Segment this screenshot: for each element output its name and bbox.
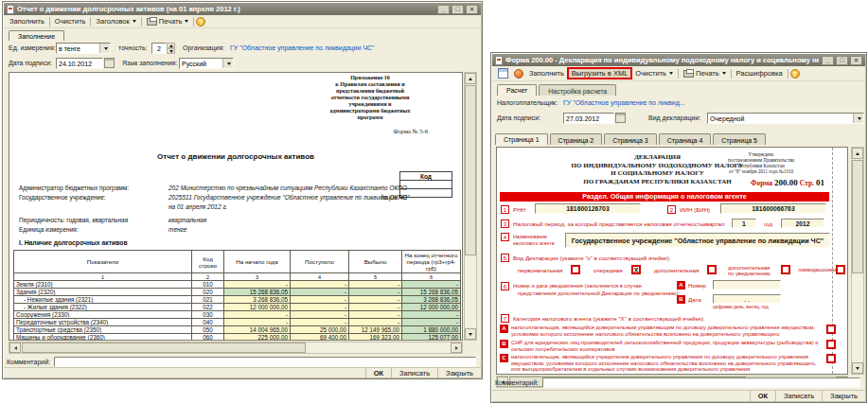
- year-field[interactable]: 2012: [781, 219, 824, 228]
- print-button[interactable]: Печать: [681, 68, 729, 79]
- declaration-window-titlebar[interactable]: Форма 200.00 - Декларация по индивидуаль…: [492, 54, 865, 66]
- cell-begin[interactable]: 14 004 965,00: [224, 326, 291, 334]
- fill-button[interactable]: Заполнить: [526, 68, 567, 79]
- cell-in[interactable]: -: [291, 319, 349, 326]
- scroll-down-icon[interactable]: [465, 328, 476, 340]
- checkbox-category-a[interactable]: [826, 325, 836, 334]
- spin-down-icon[interactable]: [167, 48, 175, 54]
- calendar-icon[interactable]: [104, 58, 115, 68]
- fill-button[interactable]: Заполнить: [7, 16, 47, 26]
- cell-begin[interactable]: -: [224, 281, 291, 289]
- checkbox-dop-po-uvedomleniyu[interactable]: [781, 265, 790, 274]
- scrollbar-thumb[interactable]: [852, 160, 863, 273]
- scrollbar-thumb[interactable]: [465, 85, 476, 255]
- sign-date-input[interactable]: 27.03.2012: [563, 113, 614, 124]
- save-button[interactable]: Записать: [391, 368, 437, 378]
- notice-date-field[interactable]: . .: [713, 294, 781, 304]
- comment-input[interactable]: [54, 357, 476, 367]
- scroll-left-icon[interactable]: [9, 343, 21, 353]
- close-window-button[interactable]: Закрыть: [437, 368, 481, 378]
- declaration-kind-combo[interactable]: Очередной: [707, 113, 864, 124]
- tab-page-4[interactable]: Страница 4: [659, 133, 712, 145]
- cell-out[interactable]: -: [349, 281, 402, 289]
- tab-zapolnenie[interactable]: Заполнение: [9, 30, 64, 41]
- scroll-up-icon[interactable]: [465, 73, 476, 84]
- minimize-button[interactable]: _: [437, 5, 450, 14]
- tab-raschet[interactable]: Расчет: [497, 84, 537, 96]
- cell-out[interactable]: -: [349, 296, 402, 304]
- cell-out[interactable]: -: [349, 304, 402, 311]
- decode-button[interactable]: Расшифровка: [734, 68, 786, 79]
- tab-page-2[interactable]: Страница 2: [550, 133, 603, 145]
- scroll-down-icon[interactable]: [852, 362, 863, 374]
- agent-name-field[interactable]: Государственное учреждение "Областное уп…: [565, 233, 830, 248]
- code-box-cell[interactable]: [399, 181, 452, 189]
- scrollbar-thumb[interactable]: [22, 343, 306, 353]
- clear-button[interactable]: Очистить: [632, 68, 676, 79]
- clear-button[interactable]: Очистить: [52, 16, 89, 26]
- minimize-button[interactable]: _: [822, 56, 834, 65]
- cell-out[interactable]: -: [349, 319, 402, 326]
- cell-in[interactable]: -: [291, 281, 349, 289]
- quarter-field[interactable]: 1: [732, 219, 756, 228]
- vertical-scrollbar[interactable]: [851, 147, 864, 375]
- cell-in[interactable]: -: [291, 304, 349, 311]
- calendar-icon[interactable]: [615, 113, 626, 123]
- cell-begin[interactable]: -: [224, 319, 291, 326]
- close-button[interactable]: ×: [466, 5, 478, 14]
- precision-spin-buttons[interactable]: [167, 43, 175, 54]
- unit-combo[interactable]: в тенге: [56, 43, 111, 54]
- language-combo[interactable]: Русский: [179, 58, 234, 69]
- form-settings-button[interactable]: [495, 67, 511, 79]
- cell-in[interactable]: -: [291, 311, 349, 319]
- precision-stepper[interactable]: 2: [151, 43, 167, 54]
- help-icon[interactable]: ?: [196, 17, 205, 26]
- ok-button[interactable]: ОК: [750, 391, 775, 401]
- iin-field[interactable]: 181600066763: [720, 203, 826, 214]
- vertical-scrollbar[interactable]: [464, 72, 477, 341]
- horizontal-scrollbar[interactable]: [9, 342, 463, 354]
- tab-page-5[interactable]: Страница 5: [713, 133, 766, 145]
- report-window-titlebar[interactable]: Отчет о движении долгосрочных активов (н…: [4, 3, 481, 15]
- scroll-up-icon[interactable]: [852, 148, 863, 159]
- taxpayer-value-link[interactable]: ГУ "Областное управление по ликвид...: [563, 99, 685, 106]
- cell-begin[interactable]: -: [224, 311, 291, 319]
- notice-number-field[interactable]: [713, 280, 781, 290]
- ok-button[interactable]: ОК: [365, 368, 391, 378]
- comment-input[interactable]: [542, 378, 860, 388]
- checkbox-pervonachalnaya[interactable]: [571, 265, 580, 274]
- combo-button[interactable]: [853, 114, 863, 123]
- close-window-button[interactable]: Закрыть: [822, 391, 865, 401]
- tab-page-1[interactable]: Страница 1: [495, 133, 548, 145]
- combo-button[interactable]: [222, 59, 233, 68]
- cell-in[interactable]: 69 400,00: [291, 334, 349, 342]
- cell-begin[interactable]: 3 268 836,05: [224, 296, 291, 304]
- cell-out[interactable]: -: [349, 311, 402, 319]
- export-xml-button[interactable]: Выгрузить в XML: [567, 67, 633, 79]
- scroll-right-icon[interactable]: [451, 343, 462, 353]
- cell-begin[interactable]: 225 000,00: [224, 334, 291, 342]
- tab-nastroyka[interactable]: Настройка расчета: [539, 84, 616, 96]
- checkbox-category-b[interactable]: [826, 340, 836, 349]
- maximize-button[interactable]: □: [836, 56, 848, 65]
- cell-out[interactable]: 169 323,00: [349, 334, 402, 342]
- checkbox-dopolnitelnaya[interactable]: [707, 265, 717, 274]
- header-menu-button[interactable]: Заголовок: [93, 16, 138, 26]
- sign-date-input[interactable]: 24.10.2012: [56, 58, 103, 69]
- print-button[interactable]: Печать: [144, 16, 192, 26]
- save-button[interactable]: Записать: [775, 391, 822, 401]
- refresh-button[interactable]: [511, 68, 526, 79]
- cell-in[interactable]: 25 000,00: [291, 326, 349, 334]
- cell-in[interactable]: -: [291, 296, 349, 304]
- cell-begin[interactable]: 12 000 000,00: [224, 304, 291, 311]
- cell-out[interactable]: 12 149 965,00: [349, 326, 402, 334]
- rnn-field[interactable]: 181600126703: [535, 203, 641, 214]
- tab-page-3[interactable]: Страница 3: [604, 133, 657, 145]
- org-value-link[interactable]: ГУ "Областное управление по ликвидации Ч…: [230, 44, 375, 51]
- checkbox-ocherednaya[interactable]: X: [631, 265, 641, 274]
- help-icon[interactable]: ?: [790, 69, 800, 79]
- combo-button[interactable]: [99, 44, 110, 53]
- checkbox-likvidatsionnaya[interactable]: [836, 265, 845, 274]
- maximize-button[interactable]: □: [452, 5, 464, 14]
- close-button[interactable]: ×: [850, 56, 862, 65]
